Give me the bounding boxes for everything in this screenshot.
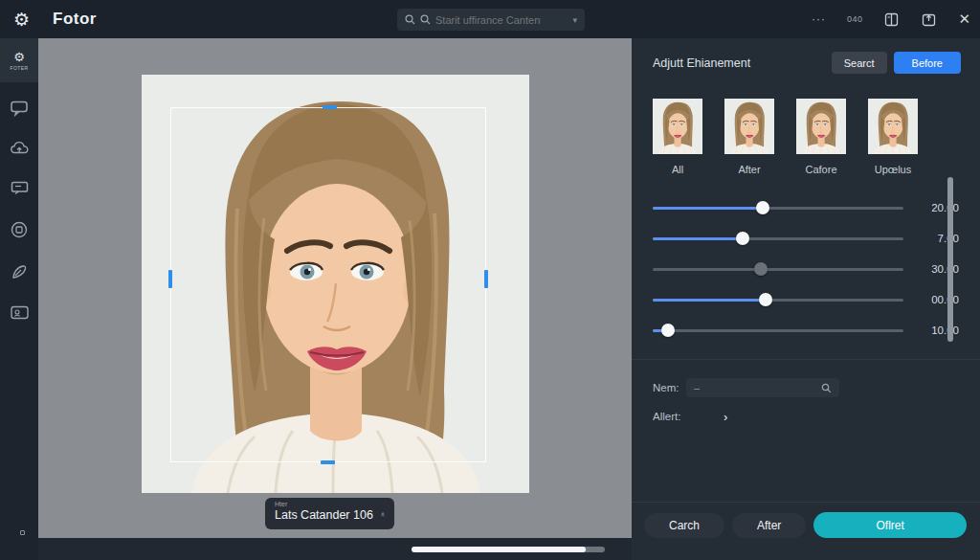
sidebar-item-label: FOTER [11, 65, 29, 71]
crop-handle-top[interactable] [323, 105, 337, 109]
chevron-right-icon[interactable]: › [724, 410, 727, 424]
app-logo-text: Fotor [53, 10, 97, 29]
slider-track[interactable] [653, 268, 903, 271]
vertical-scrollbar[interactable] [947, 177, 953, 342]
pen-icon[interactable] [10, 262, 29, 281]
app-logo-icon: ⚙ [13, 11, 30, 29]
preview-thumbnail-after[interactable] [724, 99, 774, 154]
mini-square-icon [20, 530, 25, 535]
crop-frame[interactable] [170, 107, 486, 462]
slider-track[interactable] [653, 299, 903, 302]
adjustment-slider-3: 30.00 [653, 254, 959, 284]
preview-thumbnail-cafore[interactable] [796, 99, 846, 154]
slider-track[interactable] [653, 329, 903, 332]
chevron-down-icon[interactable]: ▾ [572, 15, 577, 25]
horizontal-scrollbar[interactable] [412, 547, 605, 552]
canvas-tooltip: Hter Lats Catander 106 [265, 498, 394, 529]
thumbnail-label: Cafore [796, 164, 846, 175]
counter-text: 040 [847, 14, 863, 24]
slider-knob[interactable] [759, 293, 772, 306]
name-input[interactable]: – [686, 378, 839, 397]
thumbnail-label: Upœlus [868, 164, 918, 175]
crop-handle-right[interactable] [484, 270, 488, 288]
gear-icon: ⚙ [13, 51, 25, 63]
adjustment-slider-1: 20.00 [653, 192, 959, 223]
overflow-menu-icon[interactable]: ··· [812, 12, 826, 26]
global-search[interactable]: ▾ [397, 9, 585, 31]
crop-handle-left[interactable] [168, 270, 172, 288]
slider-knob[interactable] [661, 324, 675, 337]
search-icon [420, 14, 431, 25]
adjustment-slider-2: 7.00 [653, 223, 959, 254]
preview-thumbnail-upxlus[interactable] [868, 99, 918, 154]
book-icon[interactable] [883, 11, 900, 28]
adjust-panel: Adjutt Ehianement Searct Before All Afte… [632, 38, 980, 560]
slider-track[interactable] [653, 237, 903, 240]
apply-button[interactable]: Oflret [813, 512, 967, 538]
slider-knob[interactable] [736, 232, 749, 245]
tooltip-caption: Hter [275, 501, 385, 507]
presentation-icon[interactable] [10, 180, 30, 197]
bottom-bar [38, 538, 632, 560]
cancel-button[interactable]: Carch [644, 513, 724, 538]
stop-circle-icon[interactable] [10, 220, 29, 239]
thumbnail-label: All [653, 164, 702, 175]
id-card-icon[interactable] [10, 304, 30, 321]
cloud-badge-icon[interactable] [10, 140, 30, 157]
person-icon [381, 507, 385, 522]
top-bar: ⚙ Fotor ▾ ··· 040 ✕ [0, 0, 980, 38]
sidebar-item-fotor[interactable]: ⚙ FOTER [0, 38, 38, 82]
slider-knob[interactable] [754, 262, 768, 276]
search-icon[interactable] [821, 383, 832, 393]
export-icon[interactable] [921, 11, 937, 28]
adjustment-slider-5: 10.00 [653, 315, 959, 346]
chat-monitor-icon[interactable] [10, 100, 29, 117]
thumbnail-label: After [724, 164, 774, 175]
panel-title: Adjutt Ehianement [653, 56, 750, 70]
name-input-value: – [694, 382, 700, 393]
preview-thumbnail-all[interactable] [653, 99, 702, 154]
close-icon[interactable]: ✕ [958, 11, 970, 28]
after-button[interactable]: After [732, 513, 806, 538]
tooltip-label: Lats Catander 106 [275, 508, 373, 522]
name-field-label: Nem: [653, 382, 685, 393]
alert-field-label: Allert: [653, 411, 685, 422]
slider-track[interactable] [653, 207, 903, 210]
search-input[interactable] [435, 14, 541, 26]
search-button[interactable]: Searct [832, 52, 887, 74]
slider-knob[interactable] [756, 201, 769, 214]
before-button[interactable]: Before [894, 52, 961, 74]
left-sidebar: ⚙ FOTER [0, 38, 38, 560]
search-icon [405, 14, 415, 25]
crop-handle-bottom[interactable] [321, 460, 335, 464]
editor-canvas[interactable]: Hter Lats Catander 106 [38, 38, 632, 538]
adjustment-slider-4: 00.00 [653, 284, 959, 315]
